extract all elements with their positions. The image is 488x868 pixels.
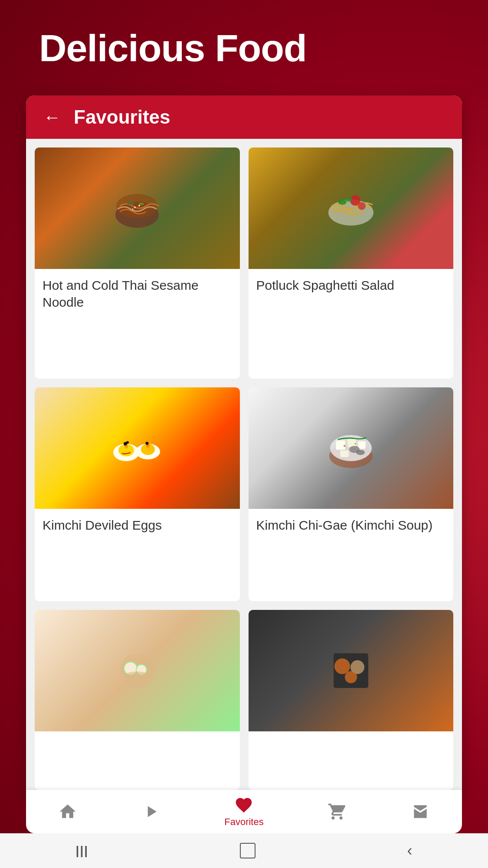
recipe-image-kimchi-deviled-eggs xyxy=(35,387,240,509)
svg-point-34 xyxy=(334,658,350,674)
nav-label-favorites: Favorites xyxy=(224,816,263,828)
svg-point-3 xyxy=(139,203,144,205)
recipe-image-thai-sesame-noodle xyxy=(35,147,240,269)
recipe-name-thai-sesame-noodle: Hot and Cold Thai Sesame Noodle xyxy=(35,269,240,320)
svg-rect-24 xyxy=(340,450,349,457)
svg-point-2 xyxy=(127,201,134,205)
recipe-item-potluck-spaghetti[interactable]: Potluck Spaghetti Salad xyxy=(249,147,454,379)
svg-point-36 xyxy=(345,671,357,683)
bottom-nav: Favorites xyxy=(26,790,462,833)
recipe-image-partial-2 xyxy=(249,610,454,731)
card-header: ← Favourites xyxy=(26,95,462,139)
svg-point-10 xyxy=(338,200,347,205)
svg-point-17 xyxy=(126,441,129,444)
svg-rect-22 xyxy=(347,439,356,447)
main-card: ← Favourites xyxy=(26,95,462,799)
play-icon xyxy=(141,802,160,821)
heart-icon xyxy=(234,796,253,815)
svg-point-5 xyxy=(138,205,140,206)
svg-rect-23 xyxy=(358,441,366,449)
recipe-image-partial-1 xyxy=(35,610,240,731)
recipe-item-thai-sesame-noodle[interactable]: Hot and Cold Thai Sesame Noodle xyxy=(35,147,240,379)
svg-point-6 xyxy=(132,209,134,210)
nav-item-home[interactable] xyxy=(58,802,77,821)
recipe-item-kimchi-soup[interactable]: Kimchi Chi-Gae (Kimchi Soup) xyxy=(249,387,454,602)
card-title: Favourites xyxy=(74,106,170,128)
recipe-image-potluck-spaghetti xyxy=(249,147,454,269)
svg-point-26 xyxy=(356,450,365,455)
recipe-name-kimchi-soup: Kimchi Chi-Gae (Kimchi Soup) xyxy=(249,509,454,543)
recipe-item-kimchi-deviled-eggs[interactable]: Kimchi Deviled Eggs xyxy=(35,387,240,602)
page-title: Delicious Food xyxy=(39,26,307,70)
svg-point-18 xyxy=(146,442,149,445)
home-icon xyxy=(58,802,77,821)
nav-item-play[interactable] xyxy=(141,802,160,821)
recipe-image-kimchi-soup xyxy=(249,387,454,509)
store-icon xyxy=(411,802,430,821)
system-nav: ||| ‹ xyxy=(0,833,488,868)
cart-icon xyxy=(328,802,347,821)
recipe-name-kimchi-deviled-eggs: Kimchi Deviled Eggs xyxy=(35,509,240,543)
svg-point-27 xyxy=(344,445,345,447)
back-button[interactable]: ← xyxy=(43,108,61,126)
recipe-name-potluck-spaghetti: Potluck Spaghetti Salad xyxy=(249,269,454,303)
recipe-grid: Hot and Cold Thai Sesame Noodle xyxy=(26,139,462,799)
svg-point-9 xyxy=(358,202,366,210)
nav-item-store[interactable] xyxy=(411,802,430,821)
system-home-button[interactable] xyxy=(240,843,255,858)
svg-point-11 xyxy=(345,197,352,202)
system-menu-button[interactable]: ||| xyxy=(76,844,89,858)
svg-point-28 xyxy=(354,443,356,444)
svg-point-4 xyxy=(134,206,136,208)
svg-point-1 xyxy=(116,194,158,218)
nav-item-favorites[interactable]: Favorites xyxy=(224,796,263,828)
system-back-button[interactable]: ‹ xyxy=(407,842,412,860)
recipe-item-partial-1[interactable] xyxy=(35,610,240,790)
nav-item-cart[interactable] xyxy=(328,802,347,821)
svg-rect-21 xyxy=(336,440,345,450)
svg-point-32 xyxy=(124,671,150,680)
recipe-item-partial-2[interactable] xyxy=(249,610,454,790)
